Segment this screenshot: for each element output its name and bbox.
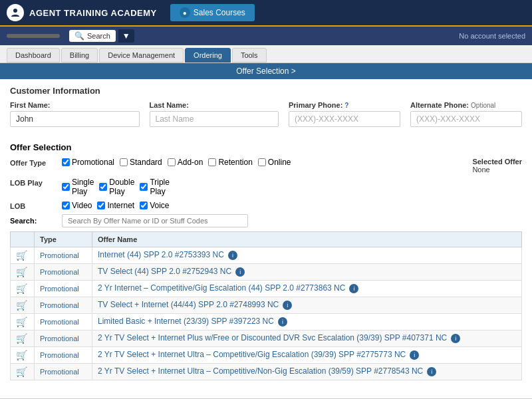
svg-point-0	[13, 9, 17, 13]
alternate-phone-input[interactable]	[410, 111, 522, 127]
primary-phone-group: Primary Phone: ?	[289, 101, 400, 127]
last-name-group: Last Name:	[150, 101, 279, 127]
lob-internet[interactable]: Internet	[97, 201, 134, 210]
offer-name-link[interactable]: TV Select + Internet (44/44) SPP 2.0 #27…	[98, 300, 279, 309]
offer-name-cell: TV Select + Internet (44/44) SPP 2.0 #27…	[92, 297, 521, 313]
checkbox-online[interactable]	[258, 158, 266, 166]
offer-selection-bar[interactable]: Offer Selection >	[0, 63, 532, 79]
lob-play-single[interactable]: SinglePlay	[62, 178, 94, 197]
info-icon[interactable]: i	[410, 350, 419, 360]
progress-bar	[7, 34, 60, 38]
checkbox-promotional[interactable]	[62, 158, 70, 166]
offer-name-link[interactable]: 2 Yr TV Select + Internet Plus w/Free or…	[98, 333, 447, 342]
cart-cell: 🛒	[11, 263, 35, 280]
last-name-input[interactable]	[150, 111, 279, 127]
checkbox-triple-play[interactable]	[140, 183, 148, 191]
offer-type-promotional[interactable]: Promotional	[62, 158, 114, 167]
checkbox-video[interactable]	[62, 201, 70, 209]
offer-type-addon[interactable]: Add-on	[168, 158, 203, 167]
logo-container: AGENT TRAINING ACADEMY	[7, 4, 157, 21]
lob-video[interactable]: Video	[62, 201, 92, 210]
tab-billing[interactable]: Billing	[61, 48, 98, 63]
lob-row: LOB Video Internet Voice	[10, 201, 522, 210]
customer-info-title: Customer Information	[10, 86, 522, 96]
cart-cell: 🛒	[11, 247, 35, 263]
checkbox-retention[interactable]	[208, 158, 216, 166]
cart-cell: 🛒	[11, 280, 35, 297]
offer-type-online[interactable]: Online	[258, 158, 291, 167]
offer-name-link[interactable]: 2 Yr TV Select + Internet Ultra – Compet…	[98, 350, 406, 359]
offer-name-link[interactable]: 2 Yr TV Select + Internet Ultra – Compet…	[98, 366, 423, 376]
search-bar[interactable]: 🔍 Search	[69, 30, 116, 42]
nav-tabs: Dashboard Billing Device Management Orde…	[0, 45, 532, 63]
offer-name-link[interactable]: TV Select (44) SPP 2.0 #2752943 NC	[98, 267, 231, 276]
primary-phone-input[interactable]	[289, 111, 400, 127]
tab-dashboard[interactable]: Dashboard	[7, 48, 60, 63]
sales-courses-button[interactable]: ● Sales Courses	[170, 4, 255, 21]
offer-search-label: Search:	[10, 217, 57, 225]
alternate-phone-label: Alternate Phone: Optional	[410, 101, 522, 109]
table-row: 🛒 Promotional Limited Basic + Internet (…	[11, 313, 522, 330]
add-to-cart-icon[interactable]: 🛒	[16, 283, 27, 294]
checkbox-double-play[interactable]	[99, 183, 107, 191]
col-header-cart	[11, 231, 35, 247]
account-label: No account selected	[459, 32, 525, 40]
last-name-label: Last Name:	[150, 101, 279, 109]
search-icon: 🔍	[74, 31, 84, 41]
toolbar-left: 🔍 Search ▼	[7, 29, 134, 43]
info-icon[interactable]: i	[349, 284, 358, 293]
checkbox-addon[interactable]	[168, 158, 176, 166]
offer-search-input[interactable]	[62, 214, 248, 227]
offer-name-link[interactable]: Internet (44) SPP 2.0 #2753393 NC	[98, 250, 224, 259]
checkbox-standard[interactable]	[120, 158, 128, 166]
add-to-cart-icon[interactable]: 🛒	[16, 300, 27, 311]
lob-play-triple[interactable]: TriplePlay	[140, 178, 170, 197]
offer-type-cell: Promotional	[35, 363, 92, 380]
info-icon[interactable]: i	[228, 251, 237, 260]
add-to-cart-icon[interactable]: 🛒	[16, 333, 27, 344]
info-icon[interactable]: i	[283, 301, 292, 310]
checkbox-voice[interactable]	[140, 201, 148, 209]
lob-voice[interactable]: Voice	[140, 201, 169, 210]
offers-table: Type Offer Name 🛒 Promotional Internet (…	[10, 231, 522, 380]
offer-type-cell: Promotional	[35, 263, 92, 280]
checkbox-single-play[interactable]	[62, 183, 70, 191]
primary-phone-help-icon[interactable]: ?	[344, 102, 348, 109]
add-to-cart-icon[interactable]: 🛒	[16, 366, 27, 377]
offer-name-cell: Limited Basic + Internet (23/39) SPP #39…	[92, 313, 521, 330]
add-to-cart-icon[interactable]: 🛒	[16, 267, 27, 277]
first-name-input[interactable]	[10, 111, 140, 127]
checkbox-internet[interactable]	[97, 201, 105, 209]
offer-type-options: Promotional Standard Add-on Retention On…	[62, 158, 454, 167]
customer-form-row: First Name: Last Name: Primary Phone: ? …	[10, 101, 522, 127]
offer-type-standard[interactable]: Standard	[120, 158, 162, 167]
customer-info-section: Customer Information First Name: Last Na…	[0, 79, 532, 137]
offer-selection-section: Offer Selection Offer Type Promotional S…	[0, 137, 532, 386]
offer-name-link[interactable]: 2 Yr Internet – Competitive/Gig Escalati…	[98, 283, 345, 293]
lob-play-double[interactable]: DoublePlay	[99, 178, 134, 197]
cart-cell: 🛒	[11, 313, 35, 330]
cart-cell: 🛒	[11, 330, 35, 346]
offer-type-retention[interactable]: Retention	[208, 158, 252, 167]
alternate-phone-group: Alternate Phone: Optional	[410, 101, 522, 127]
info-icon[interactable]: i	[451, 334, 460, 343]
alternate-phone-optional: Optional	[471, 102, 495, 109]
tab-device-management[interactable]: Device Management	[99, 48, 184, 63]
offer-name-link[interactable]: Limited Basic + Internet (23/39) SPP #39…	[98, 317, 274, 326]
cart-cell: 🛒	[11, 363, 35, 380]
tab-tools[interactable]: Tools	[232, 48, 267, 63]
info-icon[interactable]: i	[278, 317, 287, 327]
sales-icon: ●	[180, 7, 190, 18]
info-icon[interactable]: i	[235, 267, 245, 277]
add-to-cart-icon[interactable]: 🛒	[16, 317, 27, 327]
add-to-cart-icon[interactable]: 🛒	[16, 250, 27, 261]
offer-name-cell: TV Select (44) SPP 2.0 #2752943 NC i	[92, 263, 521, 280]
table-row: 🛒 Promotional TV Select + Internet (44/4…	[11, 297, 522, 313]
search-dropdown-button[interactable]: ▼	[118, 29, 134, 43]
cart-cell: 🛒	[11, 297, 35, 313]
tab-ordering[interactable]: Ordering	[185, 48, 231, 63]
info-icon[interactable]: i	[427, 367, 436, 376]
offer-search-row: Search:	[10, 214, 522, 227]
toolbar: 🔍 Search ▼ No account selected	[0, 25, 532, 45]
add-to-cart-icon[interactable]: 🛒	[16, 350, 27, 360]
